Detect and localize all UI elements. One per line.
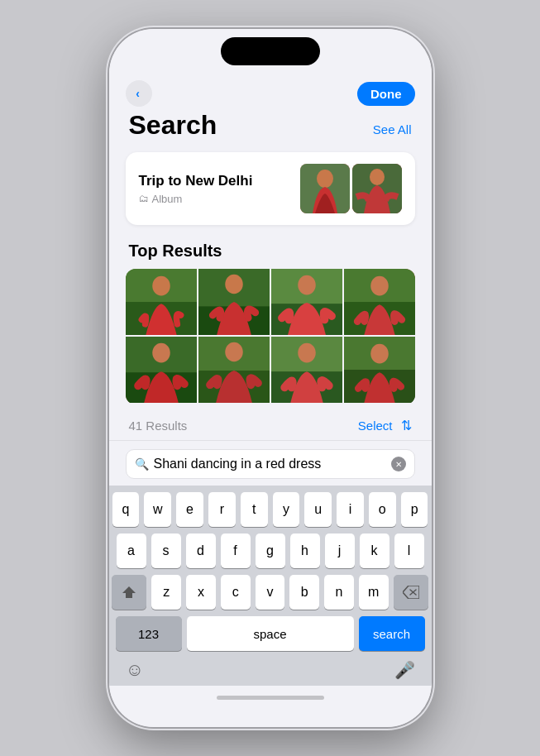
svg-point-3 xyxy=(370,169,385,185)
keyboard-row-3: z x c v b n m xyxy=(112,575,428,610)
svg-point-6 xyxy=(152,276,170,296)
microphone-icon[interactable]: 🎤 xyxy=(394,660,415,680)
photo-row-1 xyxy=(126,269,415,335)
results-bar: 41 Results Select ⇅ xyxy=(126,414,415,440)
key-b[interactable]: b xyxy=(289,575,319,610)
status-bar xyxy=(109,29,432,74)
key-p[interactable]: p xyxy=(401,492,428,527)
album-thumbnails xyxy=(300,164,402,213)
key-v[interactable]: v xyxy=(256,575,285,610)
svg-point-12 xyxy=(298,275,316,295)
key-w[interactable]: w xyxy=(144,492,171,527)
key-e[interactable]: e xyxy=(176,492,203,527)
page-title-row: Search See All xyxy=(126,110,415,141)
album-card[interactable]: Trip to New Delhi 🗂 Album xyxy=(126,152,415,225)
svg-point-24 xyxy=(298,343,316,363)
photo-grid xyxy=(126,269,415,404)
key-c[interactable]: c xyxy=(221,575,251,610)
key-d[interactable]: d xyxy=(186,534,216,568)
photo-cell-5[interactable] xyxy=(126,337,197,403)
key-num[interactable]: 123 xyxy=(116,616,182,651)
key-t[interactable]: t xyxy=(241,492,268,527)
key-f[interactable]: f xyxy=(221,534,251,568)
key-a[interactable]: a xyxy=(117,534,146,568)
svg-point-27 xyxy=(370,344,389,364)
photo-cell-1[interactable] xyxy=(126,269,197,335)
back-button[interactable]: ‹ xyxy=(126,80,152,107)
key-backspace[interactable] xyxy=(394,575,428,610)
album-subtitle: 🗂 Album xyxy=(139,193,253,205)
clear-icon: ✕ xyxy=(395,460,402,469)
screen: ‹ Done Search See All Trip to New Delhi … xyxy=(109,29,432,727)
dynamic-island xyxy=(221,37,320,65)
key-shift[interactable] xyxy=(112,575,146,610)
svg-point-21 xyxy=(225,342,243,362)
key-q[interactable]: q xyxy=(112,492,140,527)
see-all-link[interactable]: See All xyxy=(373,122,412,136)
keyboard-bottom-row: 123 space search xyxy=(112,616,428,656)
keyboard-row-1: q w e r t y u i o p xyxy=(112,492,428,527)
select-button[interactable]: Select xyxy=(358,419,393,433)
svg-marker-28 xyxy=(122,586,136,598)
svg-point-9 xyxy=(225,275,243,294)
search-clear-button[interactable]: ✕ xyxy=(391,457,406,471)
album-info: Trip to New Delhi 🗂 Album xyxy=(139,173,253,205)
home-indicator xyxy=(109,686,432,709)
key-i[interactable]: i xyxy=(337,492,364,527)
svg-point-1 xyxy=(317,170,333,188)
photo-cell-8[interactable] xyxy=(344,337,415,403)
key-g[interactable]: g xyxy=(256,534,285,568)
page-title: Search xyxy=(129,110,217,141)
key-u[interactable]: u xyxy=(304,492,332,527)
search-bar[interactable]: 🔍 Shani dancing in a red dress ✕ xyxy=(126,449,415,479)
album-thumb-1 xyxy=(300,164,350,213)
key-x[interactable]: x xyxy=(186,575,216,610)
key-j[interactable]: j xyxy=(325,534,355,568)
top-results-title: Top Results xyxy=(126,242,415,261)
search-container: 🔍 Shani dancing in a red dress ✕ xyxy=(109,440,432,486)
key-h[interactable]: h xyxy=(290,534,320,568)
photo-cell-3[interactable] xyxy=(271,269,342,335)
nav-bar: ‹ Done xyxy=(109,74,432,110)
photo-row-2 xyxy=(126,337,415,403)
phone-frame: ‹ Done Search See All Trip to New Delhi … xyxy=(109,29,432,727)
search-icon: 🔍 xyxy=(135,457,149,471)
album-icon: 🗂 xyxy=(139,193,149,204)
svg-point-15 xyxy=(370,276,389,296)
key-k[interactable]: k xyxy=(360,534,389,568)
keyboard: q w e r t y u i o p a s d f g h j k xyxy=(109,486,432,686)
album-title: Trip to New Delhi xyxy=(139,173,253,189)
key-z[interactable]: z xyxy=(151,575,181,610)
results-count: 41 Results xyxy=(129,419,188,433)
results-actions: Select ⇅ xyxy=(358,418,412,433)
keyboard-row-2: a s d f g h j k l xyxy=(112,534,428,568)
svg-point-18 xyxy=(152,343,170,363)
key-space[interactable]: space xyxy=(187,616,354,651)
sort-icon[interactable]: ⇅ xyxy=(401,418,412,433)
key-y[interactable]: y xyxy=(273,492,300,527)
done-button[interactable]: Done xyxy=(357,82,415,106)
key-o[interactable]: o xyxy=(369,492,396,527)
key-search[interactable]: search xyxy=(359,616,425,651)
search-query-text[interactable]: Shani dancing in a red dress xyxy=(154,457,386,471)
key-r[interactable]: r xyxy=(208,492,236,527)
photo-cell-4[interactable] xyxy=(344,269,415,335)
photo-cell-6[interactable] xyxy=(198,337,270,403)
back-arrow-icon: ‹ xyxy=(136,87,140,100)
main-content: Search See All Trip to New Delhi 🗂 Album xyxy=(109,110,432,440)
photo-cell-7[interactable] xyxy=(271,337,342,403)
album-thumb-2 xyxy=(352,164,402,213)
keyboard-indicator-row: ☺ 🎤 xyxy=(112,656,428,682)
key-s[interactable]: s xyxy=(151,534,181,568)
key-l[interactable]: l xyxy=(394,534,424,568)
home-bar xyxy=(217,696,324,700)
key-n[interactable]: n xyxy=(324,575,354,610)
photo-cell-2[interactable] xyxy=(198,269,270,335)
emoji-icon[interactable]: ☺ xyxy=(126,659,144,681)
key-m[interactable]: m xyxy=(359,575,389,610)
